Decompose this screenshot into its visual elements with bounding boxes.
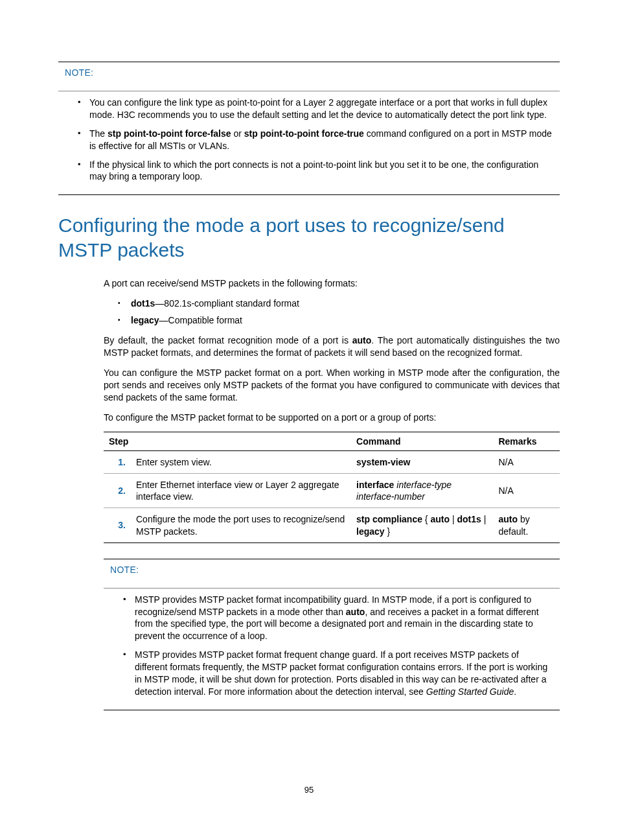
italic-text: Getting Started Guide — [426, 686, 514, 697]
step-number: 3. — [104, 508, 131, 542]
format-desc: —Compatible format — [159, 315, 242, 325]
step-remarks: N/A — [493, 450, 560, 473]
paragraph-default: By default, the packet format recognitio… — [104, 334, 560, 359]
note-text: . — [514, 686, 516, 697]
page-number: 95 — [0, 785, 618, 795]
note-text: The — [89, 128, 108, 139]
format-list: dot1s—802.1s-compliant standard format l… — [104, 298, 560, 327]
step-remarks: auto by default. — [493, 508, 560, 542]
cmd-bold: stp point-to-point force-true — [244, 128, 364, 139]
note-item: If the physical link to which the port c… — [78, 159, 553, 183]
rem-bold: auto — [498, 514, 518, 524]
cmd-text: } — [385, 526, 391, 537]
text: By default, the packet format recognitio… — [104, 335, 352, 345]
cmd-bold: interface — [356, 480, 394, 490]
col-command: Command — [351, 432, 493, 450]
note-box-1: NOTE: You can configure the link type as… — [58, 62, 560, 195]
paragraph-config: You can configure the MSTP packet format… — [104, 367, 560, 404]
col-remarks: Remarks — [493, 432, 560, 450]
bold-text: auto — [352, 335, 372, 345]
section-heading: Configuring the mode a port uses to reco… — [58, 213, 560, 262]
note-list-2: MSTP provides MSTP packet format incompa… — [104, 594, 560, 698]
cmd-bold: auto — [430, 514, 450, 524]
steps-table: Step Command Remarks 1. Enter system vie… — [104, 432, 560, 543]
note-item: MSTP provides MSTP packet format frequen… — [123, 649, 553, 698]
note-text: You can configure the link type as point… — [89, 97, 547, 120]
table-header-row: Step Command Remarks — [104, 432, 560, 450]
note-item: MSTP provides MSTP packet format incompa… — [123, 594, 553, 643]
cmd-text: | — [450, 514, 457, 524]
cmd-text: | — [481, 514, 486, 524]
cmd-bold: dot1s — [457, 514, 481, 524]
document-page: NOTE: You can configure the link type as… — [0, 0, 618, 840]
note-item: You can configure the link type as point… — [78, 97, 553, 121]
format-name: legacy — [131, 315, 159, 325]
body-block: A port can receive/send MSTP packets in … — [58, 277, 560, 710]
note-text: or — [231, 128, 244, 139]
note-label: NOTE: — [58, 67, 560, 78]
intro-paragraph: A port can receive/send MSTP packets in … — [104, 277, 560, 290]
step-number: 1. — [104, 450, 131, 473]
format-name: dot1s — [131, 298, 155, 309]
cmd-bold: legacy — [356, 526, 385, 537]
bold-text: auto — [346, 607, 365, 617]
step-desc: Enter system view. — [131, 450, 351, 473]
step-number: 2. — [104, 473, 131, 508]
cmd-bold: stp compliance — [356, 514, 422, 524]
list-item: legacy—Compatible format — [118, 314, 560, 327]
cmd-text: { — [422, 514, 430, 524]
format-desc: —802.1s-compliant standard format — [155, 298, 299, 309]
step-remarks: N/A — [493, 473, 560, 508]
list-item: dot1s—802.1s-compliant standard format — [118, 298, 560, 310]
note-item: The stp point-to-point force-false or st… — [78, 128, 553, 152]
note-text: If the physical link to which the port c… — [89, 159, 538, 182]
cmd-bold: system-view — [356, 457, 410, 467]
step-desc: Configure the mode the port uses to reco… — [131, 508, 351, 542]
step-cmd: system-view — [351, 450, 493, 473]
paragraph-lead: To configure the MSTP packet format to b… — [104, 412, 560, 424]
step-desc: Enter Ethernet interface view or Layer 2… — [131, 473, 351, 508]
note-box-2: NOTE: MSTP provides MSTP packet format i… — [104, 559, 560, 710]
note-label: NOTE: — [104, 565, 560, 575]
step-cmd: stp compliance { auto | dot1s | legacy } — [351, 508, 493, 542]
note-list-1: You can configure the link type as point… — [58, 97, 560, 183]
cmd-bold: stp point-to-point force-false — [108, 128, 231, 139]
col-step: Step — [104, 432, 351, 450]
table-row: 2. Enter Ethernet interface view or Laye… — [104, 473, 560, 508]
table-row: 3. Configure the mode the port uses to r… — [104, 508, 560, 542]
table-row: 1. Enter system view. system-view N/A — [104, 450, 560, 473]
step-cmd: interface interface-type interface-numbe… — [351, 473, 493, 508]
